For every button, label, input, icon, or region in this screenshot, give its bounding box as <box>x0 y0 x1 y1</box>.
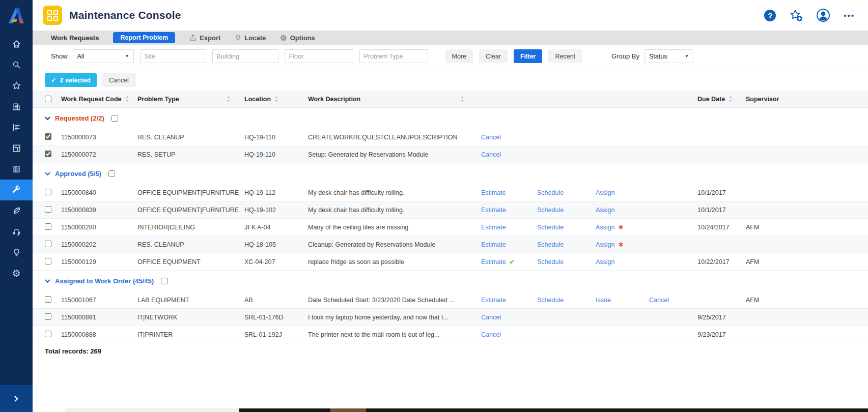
options-button[interactable]: ⚙ Options <box>280 34 315 42</box>
location-cell: SRL-01-192J <box>244 331 308 338</box>
estimate-link[interactable]: Estimate <box>481 258 506 266</box>
estimate-link[interactable]: Estimate <box>481 224 506 231</box>
assign-link[interactable]: Assign <box>596 258 615 266</box>
issue-link[interactable]: Issue <box>596 297 611 304</box>
action-cell: Cancel <box>649 297 697 304</box>
schedule-link[interactable]: Schedule <box>537 241 564 248</box>
sidebar-item-maintenance[interactable] <box>0 180 33 200</box>
export-button[interactable]: Export <box>189 34 220 42</box>
location-cell: HQ-19-112 <box>244 189 308 196</box>
schedule-link[interactable]: Schedule <box>537 207 564 214</box>
assign-link[interactable]: Assign <box>596 207 615 214</box>
archibus-logo[interactable] <box>0 0 33 31</box>
group-header[interactable]: Assigned to Work Order (45/45) <box>33 271 868 291</box>
schedule-link[interactable]: Schedule <box>537 258 564 266</box>
total-records: Total records: 269 <box>33 343 868 355</box>
sidebar-item-ideas[interactable] <box>0 242 33 263</box>
show-select[interactable]: All ▼ <box>73 49 134 63</box>
sort-icon[interactable] <box>729 96 732 102</box>
selected-count-button[interactable]: ✓ 2 selected <box>45 73 97 87</box>
cancel-link[interactable]: Cancel <box>481 314 501 321</box>
problem-type-cell: RES. CLEANUP <box>137 134 244 141</box>
cancel-selection-button[interactable]: Cancel <box>102 73 136 87</box>
cancel-link[interactable]: Cancel <box>481 134 501 141</box>
assign-link[interactable]: Assign <box>596 189 615 196</box>
group-select-checkbox[interactable] <box>108 170 115 177</box>
row-checkbox[interactable] <box>45 313 51 320</box>
sidebar-item-space-plans[interactable] <box>0 138 33 159</box>
row-checkbox[interactable] <box>45 241 51 247</box>
action-cell: Schedule <box>537 241 596 248</box>
schedule-link[interactable]: Schedule <box>537 297 564 304</box>
site-input[interactable] <box>140 49 206 63</box>
group-header[interactable]: Approved (5/5) <box>33 163 868 184</box>
due-date-cell: 10/1/2017 <box>697 207 746 214</box>
sort-icon[interactable] <box>461 96 464 102</box>
sidebar-item-favorites[interactable] <box>0 75 33 96</box>
row-checkbox[interactable] <box>45 223 51 230</box>
row-checkbox[interactable] <box>45 258 51 264</box>
floor-input[interactable] <box>285 49 353 63</box>
work-request-row: 1150000839OFFICE EQUIPMENT|FURNITUREHQ-1… <box>33 201 868 219</box>
group-select-checkbox[interactable] <box>111 115 118 122</box>
building-input[interactable] <box>212 49 278 63</box>
sidebar-item-reports[interactable] <box>0 117 33 138</box>
action-cell: Cancel <box>481 314 537 321</box>
help-icon[interactable]: ? <box>764 10 776 21</box>
estimate-link[interactable]: Estimate <box>481 207 506 214</box>
bookmark-add-icon[interactable] <box>789 9 803 22</box>
estimate-link[interactable]: Estimate <box>481 189 506 196</box>
more-icon[interactable]: ••• <box>844 11 855 20</box>
column-header-problem-type[interactable]: Problem Type <box>137 96 244 103</box>
column-header-work-description[interactable]: Work Description <box>308 96 481 103</box>
row-checkbox[interactable] <box>45 331 51 337</box>
row-checkbox[interactable] <box>45 151 51 157</box>
column-header-location[interactable]: Location <box>244 96 308 103</box>
due-date-cell: 9/25/2017 <box>697 314 746 321</box>
group-select-checkbox[interactable] <box>161 278 167 284</box>
sort-icon[interactable] <box>275 96 278 102</box>
row-checkbox[interactable] <box>45 133 51 140</box>
recent-button[interactable]: Recent <box>548 49 582 63</box>
action-cell: Estimate <box>481 189 537 196</box>
sort-icon[interactable] <box>227 96 230 102</box>
report-problem-button[interactable]: Report Problem <box>113 32 175 43</box>
row-checkbox[interactable] <box>45 189 51 195</box>
locate-button[interactable]: Locate <box>235 34 266 42</box>
sidebar-item-search[interactable] <box>0 54 33 75</box>
estimate-link[interactable]: Estimate <box>481 241 506 248</box>
more-button[interactable]: More <box>445 49 473 63</box>
assign-link[interactable]: Assign <box>596 224 615 231</box>
estimate-link[interactable]: Estimate <box>481 297 506 304</box>
cancel-link[interactable]: Cancel <box>481 331 501 338</box>
column-header-due-date[interactable]: Due Date <box>697 96 746 103</box>
apps-grid-icon[interactable] <box>43 6 62 25</box>
sidebar-item-assets[interactable] <box>0 159 33 180</box>
sidebar-item-facilities[interactable] <box>0 96 33 117</box>
sort-icon[interactable] <box>126 96 129 102</box>
cancel-link[interactable]: Cancel <box>481 151 501 158</box>
group-by-select[interactable]: Status ▼ <box>645 49 693 63</box>
filter-button[interactable]: Filter <box>514 49 543 63</box>
row-checkbox[interactable] <box>45 206 51 213</box>
select-all-checkbox[interactable] <box>45 96 51 102</box>
sidebar-item-settings[interactable]: ⚙ <box>0 263 33 284</box>
cancel-link[interactable]: Cancel <box>649 297 669 304</box>
work-description-cell: My desk chair has difficulty rolling. <box>308 207 481 214</box>
problem-type-input[interactable] <box>359 49 428 63</box>
due-date-cell: 9/23/2017 <box>697 331 746 338</box>
schedule-link[interactable]: Schedule <box>537 189 564 196</box>
clear-button[interactable]: Clear <box>479 49 508 63</box>
caret-down-icon: ▼ <box>125 54 129 58</box>
sidebar-item-sustainability[interactable] <box>0 200 33 221</box>
schedule-link[interactable]: Schedule <box>537 224 564 231</box>
sidebar-item-support[interactable] <box>0 221 33 242</box>
work-request-row: 1150000073RES. CLEANUPHQ-19-110CREATEWOR… <box>33 129 868 146</box>
sidebar-expand-button[interactable] <box>0 385 33 412</box>
account-icon[interactable] <box>816 8 830 22</box>
assign-link[interactable]: Assign <box>596 241 615 248</box>
row-checkbox[interactable] <box>45 296 51 303</box>
group-header[interactable]: Requested (2/2) <box>33 108 868 129</box>
column-header-work-request-code[interactable]: Work Request Code <box>61 96 137 103</box>
sidebar-item-home[interactable] <box>0 34 33 54</box>
